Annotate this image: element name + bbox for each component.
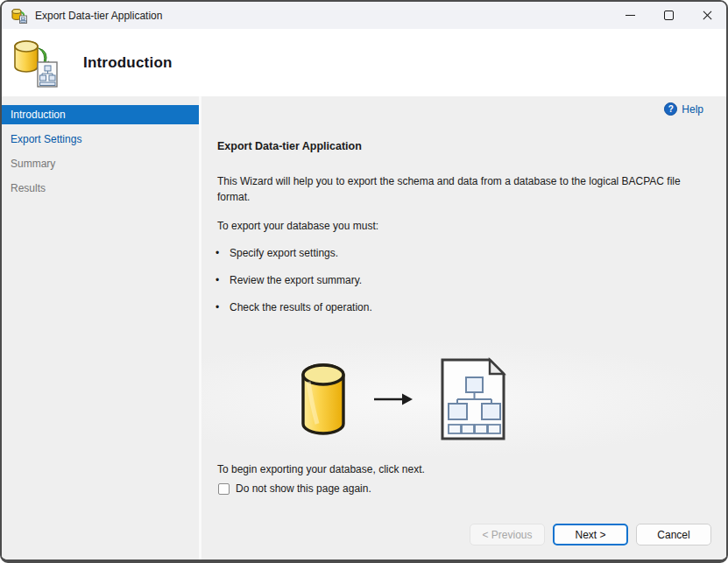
bullet-item: Specify export settings. bbox=[230, 247, 338, 259]
wizard-steps-sidebar: Introduction Export Settings Summary Res… bbox=[2, 96, 199, 559]
wizard-header: Introduction bbox=[2, 29, 726, 96]
minimize-icon bbox=[626, 15, 635, 16]
requirements-intro: To export your database you must: bbox=[217, 220, 378, 232]
intro-paragraph: This Wizard will help you to export the … bbox=[217, 173, 701, 205]
content-heading: Export Data-tier Application bbox=[217, 140, 362, 152]
help-link[interactable]: ? Help bbox=[664, 102, 703, 116]
dont-show-again-checkbox[interactable] bbox=[218, 483, 230, 495]
sidebar-item-summary: Summary bbox=[2, 154, 199, 173]
cancel-button[interactable]: Cancel bbox=[636, 524, 711, 545]
window-title: Export Data-tier Application bbox=[35, 10, 162, 22]
help-label: Help bbox=[682, 103, 703, 116]
wizard-buttons: < Previous Next > Cancel bbox=[470, 524, 711, 545]
close-button[interactable] bbox=[688, 2, 726, 29]
sidebar-item-results: Results bbox=[2, 179, 199, 198]
help-icon: ? bbox=[664, 102, 677, 116]
maximize-button[interactable] bbox=[649, 2, 688, 29]
close-icon bbox=[702, 10, 713, 21]
title-bar: Export Data-tier Application bbox=[2, 2, 726, 29]
previous-button: < Previous bbox=[470, 524, 545, 545]
main-area: Introduction Export Settings Summary Res… bbox=[2, 96, 726, 559]
bacpac-document-icon bbox=[438, 356, 508, 442]
database-export-icon bbox=[11, 8, 28, 24]
maximize-icon bbox=[664, 11, 674, 20]
dont-show-again-row: Do not show this page again. bbox=[218, 482, 371, 495]
next-button[interactable]: Next > bbox=[553, 524, 628, 545]
dont-show-again-label: Do not show this page again. bbox=[236, 482, 371, 495]
illustration-group bbox=[300, 356, 508, 442]
content-pane: ? Help Export Data-tier Application This… bbox=[201, 96, 726, 559]
sidebar-item-introduction[interactable]: Introduction bbox=[2, 105, 199, 124]
window-controls bbox=[611, 2, 726, 29]
sidebar-item-export-settings[interactable]: Export Settings bbox=[2, 130, 199, 149]
wizard-window: Export Data-tier Application Introdu bbox=[0, 0, 728, 563]
bullet-item: Review the export summary. bbox=[230, 274, 362, 286]
bullet-item: Check the results of operation. bbox=[230, 301, 372, 313]
database-to-bacpac-icon bbox=[11, 38, 60, 88]
database-cylinder-icon bbox=[300, 362, 347, 436]
arrow-right-icon bbox=[373, 392, 413, 406]
minimize-button[interactable] bbox=[611, 2, 649, 29]
page-title: Introduction bbox=[83, 54, 173, 72]
closing-instruction: To begin exporting your database, click … bbox=[217, 463, 425, 475]
export-illustration bbox=[201, 341, 726, 457]
